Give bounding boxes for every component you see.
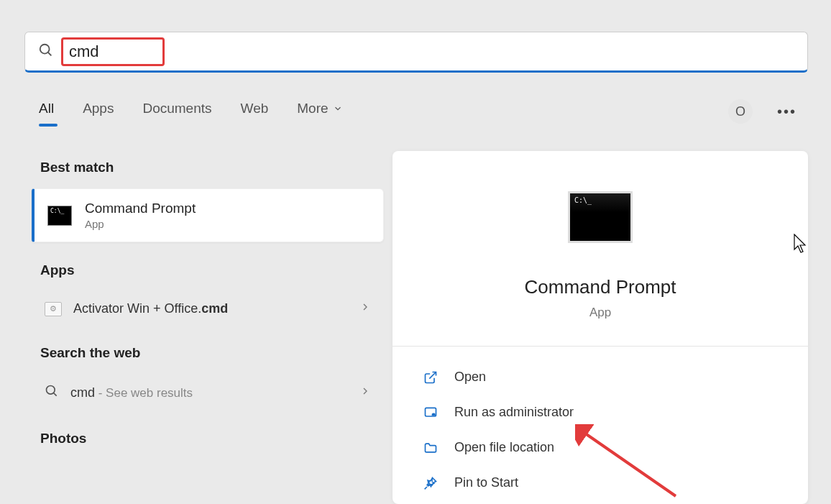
tab-all[interactable]: All xyxy=(39,101,54,116)
action-open[interactable]: Open xyxy=(418,359,782,395)
svg-line-1 xyxy=(48,52,52,55)
app-result-activator[interactable]: ⚙ Activator Win + Office.cmd xyxy=(32,291,384,326)
preview-title: Command Prompt xyxy=(525,276,676,298)
divider xyxy=(392,346,808,347)
search-icon xyxy=(45,384,59,402)
preview-panel: C:\_ Command Prompt App Open Run as admi… xyxy=(392,151,808,504)
command-prompt-icon: C:\_ xyxy=(47,206,72,226)
action-pin-start[interactable]: Pin to Start xyxy=(418,465,782,500)
search-input[interactable] xyxy=(69,42,141,61)
web-result-cmd[interactable]: cmd - See web results xyxy=(32,374,384,412)
search-icon xyxy=(38,42,54,61)
section-best-match: Best match xyxy=(40,160,384,175)
folder-icon xyxy=(423,441,439,455)
section-search-web: Search the web xyxy=(40,345,384,361)
action-open-location[interactable]: Open file location xyxy=(418,430,782,465)
svg-line-6 xyxy=(425,487,427,489)
tab-apps[interactable]: Apps xyxy=(83,101,114,116)
svg-line-3 xyxy=(54,393,57,396)
chevron-down-icon xyxy=(333,104,343,114)
action-open-label: Open xyxy=(454,370,486,385)
tab-documents[interactable]: Documents xyxy=(142,101,211,116)
best-match-result[interactable]: C:\_ Command Prompt App xyxy=(32,188,384,242)
user-avatar[interactable]: O xyxy=(728,99,753,124)
svg-point-2 xyxy=(47,386,55,395)
search-highlight-annotation xyxy=(61,37,165,66)
result-subtitle: App xyxy=(85,218,196,230)
more-options-button[interactable]: ••• xyxy=(777,104,796,120)
preview-subtitle: App xyxy=(589,306,611,320)
result-title: Command Prompt xyxy=(85,201,196,216)
tab-web[interactable]: Web xyxy=(241,101,269,116)
action-run-admin[interactable]: Run as administrator xyxy=(418,395,782,430)
command-prompt-large-icon: C:\_ xyxy=(568,191,633,243)
shield-icon xyxy=(423,406,439,420)
action-pin-start-label: Pin to Start xyxy=(454,475,518,490)
open-external-icon xyxy=(423,370,439,385)
section-photos: Photos xyxy=(40,431,384,446)
svg-line-4 xyxy=(429,372,436,378)
search-bar[interactable] xyxy=(24,32,808,73)
tab-more-label: More xyxy=(297,101,328,116)
section-apps: Apps xyxy=(40,262,384,278)
chevron-right-icon xyxy=(359,385,371,400)
svg-point-0 xyxy=(40,44,50,53)
chevron-right-icon xyxy=(359,301,371,316)
action-run-admin-label: Run as administrator xyxy=(454,405,574,420)
cmd-file-icon: ⚙ xyxy=(45,302,62,316)
pin-icon xyxy=(423,476,439,490)
filter-tabs: All Apps Documents Web More xyxy=(39,101,343,116)
action-open-location-label: Open file location xyxy=(454,440,554,455)
web-result-label: cmd - See web results xyxy=(70,385,193,400)
app-result-label: Activator Win + Office.cmd xyxy=(73,301,228,316)
tab-more[interactable]: More xyxy=(297,101,342,116)
